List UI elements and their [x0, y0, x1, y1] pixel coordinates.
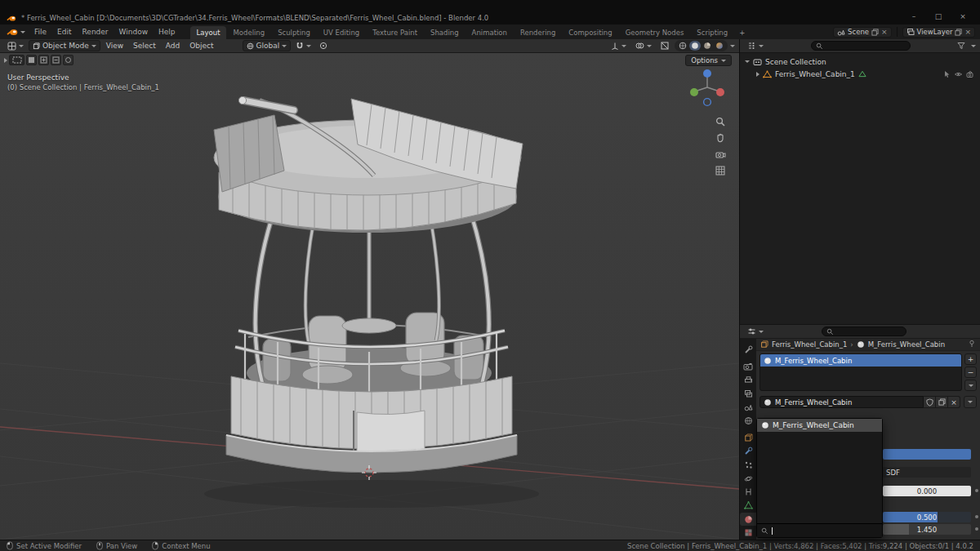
- popup-search-input[interactable]: [757, 523, 882, 537]
- breadcrumb-object[interactable]: Ferris_Wheel_Cabin_1: [772, 340, 847, 349]
- maximize-button[interactable]: □: [926, 11, 951, 22]
- shading-rendered-button[interactable]: [714, 41, 725, 51]
- add-slot-button[interactable]: +: [964, 353, 977, 365]
- outliner-filter-button[interactable]: [954, 41, 969, 51]
- tab-render[interactable]: [740, 360, 756, 374]
- tab-object[interactable]: [740, 431, 756, 445]
- scene-selector[interactable]: Scene ×: [833, 27, 891, 38]
- use-nodes-button[interactable]: [883, 449, 971, 460]
- tab-scripting[interactable]: Scripting: [690, 26, 734, 39]
- camera-view-button[interactable]: [714, 148, 727, 161]
- tab-scene[interactable]: [740, 401, 756, 415]
- toggle-perspective-button[interactable]: [714, 164, 727, 177]
- tab-geometry-nodes[interactable]: Geometry Nodes: [619, 26, 691, 39]
- selectable-icon[interactable]: [942, 70, 951, 78]
- zoom-button[interactable]: [714, 115, 727, 128]
- value-slider-1[interactable]: 0.000: [883, 486, 971, 496]
- value-slider-2[interactable]: 0.500: [883, 512, 971, 522]
- bsdf-node-button[interactable]: SDF: [883, 467, 971, 478]
- tab-particles[interactable]: [740, 458, 756, 472]
- animate-dot-icon[interactable]: [975, 527, 978, 531]
- add-workspace-button[interactable]: +: [734, 26, 750, 39]
- outliner-editor-type-button[interactable]: [744, 41, 767, 51]
- tab-texture-paint[interactable]: Texture Paint: [366, 26, 424, 39]
- menu-select[interactable]: Select: [129, 41, 160, 51]
- collapse-icon[interactable]: [756, 72, 760, 77]
- active-tool-button[interactable]: [9, 55, 24, 65]
- outliner-row-object[interactable]: Ferris_Wheel_Cabin_1: [740, 68, 980, 80]
- new-scene-icon[interactable]: [871, 29, 879, 36]
- menu-object[interactable]: Object: [185, 41, 217, 51]
- proportional-editing-toggle[interactable]: [316, 41, 331, 51]
- pan-button[interactable]: [714, 131, 727, 144]
- mode-dropdown[interactable]: Object Mode: [29, 40, 100, 51]
- tab-compositing[interactable]: Compositing: [562, 26, 618, 39]
- select-mode-new-button[interactable]: [26, 55, 37, 65]
- tab-uv-editing[interactable]: UV Editing: [317, 26, 366, 39]
- tab-shading[interactable]: Shading: [424, 26, 466, 39]
- render-visibility-camera-icon[interactable]: [966, 70, 975, 78]
- tab-animation[interactable]: Animation: [466, 26, 514, 39]
- menu-view[interactable]: View: [102, 41, 127, 51]
- tab-modifiers[interactable]: [740, 444, 756, 458]
- show-overlays-toggle[interactable]: [632, 41, 655, 51]
- show-gizmo-toggle[interactable]: [608, 41, 630, 51]
- tab-sculpting[interactable]: Sculpting: [271, 26, 317, 39]
- outliner-search-input[interactable]: [811, 41, 911, 51]
- select-mode-extend-button[interactable]: [38, 55, 49, 65]
- fake-user-button[interactable]: [924, 396, 936, 408]
- viewport-canvas[interactable]: Options User Perspective (0) Scene Colle…: [0, 53, 739, 540]
- animate-dot-icon[interactable]: [975, 515, 978, 518]
- remove-slot-button[interactable]: −: [964, 367, 977, 378]
- tab-output[interactable]: [740, 373, 756, 387]
- outliner-row-scene-collection[interactable]: Scene Collection: [740, 56, 980, 68]
- new-viewlayer-icon[interactable]: [955, 29, 962, 36]
- popup-material-item[interactable]: M_Ferris_Wheel_Cabin: [757, 419, 882, 432]
- select-mode-subtract-button[interactable]: [51, 55, 61, 65]
- options-button[interactable]: Options: [685, 55, 732, 66]
- menu-render[interactable]: Render: [78, 26, 114, 38]
- tab-physics[interactable]: [740, 472, 756, 486]
- properties-search-input[interactable]: [822, 327, 906, 336]
- tab-layout[interactable]: Layout: [190, 26, 227, 39]
- animate-dot-icon[interactable]: [975, 489, 978, 492]
- expand-icon[interactable]: [745, 60, 750, 63]
- tab-object-data[interactable]: [740, 499, 756, 513]
- menu-add[interactable]: Add: [162, 41, 184, 51]
- chevron-down-icon[interactable]: [971, 45, 976, 47]
- menu-edit[interactable]: Edit: [52, 26, 76, 38]
- tab-modeling[interactable]: Modeling: [226, 26, 271, 39]
- pin-icon[interactable]: [968, 340, 976, 349]
- transform-orientation-dropdown[interactable]: Global: [243, 40, 292, 51]
- unlink-scene-button[interactable]: ×: [881, 29, 888, 36]
- breadcrumb-material[interactable]: M_Ferris_Wheel_Cabin: [868, 340, 945, 349]
- shading-wireframe-button[interactable]: [677, 41, 688, 51]
- menu-window[interactable]: Window: [114, 26, 154, 38]
- material-slot-active[interactable]: M_Ferris_Wheel_Cabin: [760, 354, 961, 367]
- menu-help[interactable]: Help: [154, 26, 180, 38]
- slot-specials-button[interactable]: [964, 380, 977, 391]
- close-button[interactable]: ×: [951, 11, 975, 22]
- eye-icon[interactable]: [954, 70, 963, 78]
- tab-world[interactable]: [740, 414, 756, 428]
- navigation-gizmo[interactable]: [686, 66, 728, 109]
- xray-toggle[interactable]: [657, 41, 672, 51]
- minimize-button[interactable]: –: [902, 11, 926, 22]
- toolbar-expand-icon[interactable]: [4, 58, 7, 63]
- shading-solid-button[interactable]: [689, 41, 701, 51]
- tab-tool[interactable]: [740, 343, 756, 357]
- select-mode-intersect-button[interactable]: [63, 55, 74, 65]
- snap-toggle[interactable]: [292, 41, 314, 51]
- unlink-material-button[interactable]: ×: [948, 396, 960, 408]
- new-material-button[interactable]: [936, 396, 948, 408]
- material-slot-list[interactable]: M_Ferris_Wheel_Cabin: [760, 353, 962, 391]
- value-slider-3[interactable]: 1.450: [883, 524, 971, 535]
- properties-editor-type-button[interactable]: [744, 327, 767, 336]
- blender-menu-button[interactable]: [3, 27, 29, 37]
- shading-material-button[interactable]: [702, 41, 713, 51]
- chevron-down-icon[interactable]: [730, 45, 735, 47]
- tab-texture[interactable]: [740, 526, 756, 540]
- tab-constraints[interactable]: [740, 485, 756, 499]
- material-name-field[interactable]: M_Ferris_Wheel_Cabin: [760, 396, 924, 408]
- material-specials-button[interactable]: [964, 396, 977, 408]
